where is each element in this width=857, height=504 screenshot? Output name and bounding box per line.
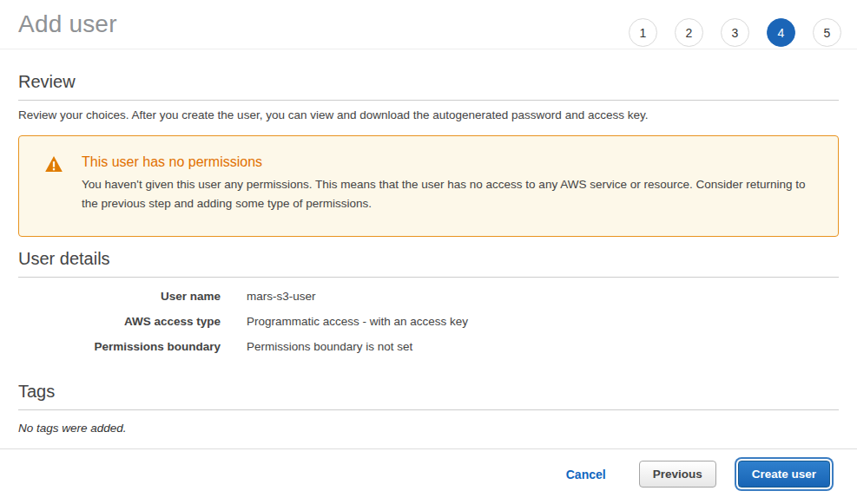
wizard-content: Review Review your choices. After you cr… [0, 72, 857, 435]
detail-label: Permissions boundary [18, 340, 221, 353]
no-permissions-warning-box: This user has no permissions You haven't… [18, 135, 839, 237]
tags-section: Tags No tags were added. [18, 382, 839, 435]
review-heading: Review [18, 72, 839, 101]
tags-heading: Tags [18, 382, 839, 410]
detail-label: User name [18, 290, 221, 303]
detail-row-permissions-boundary: Permissions boundary Permissions boundar… [18, 334, 839, 359]
review-description: Review your choices. After you create th… [18, 108, 839, 121]
tags-empty-message: No tags were added. [18, 422, 839, 435]
page-title: Add user [18, 10, 117, 38]
create-user-button[interactable]: Create user [738, 461, 830, 488]
cancel-button[interactable]: Cancel [566, 468, 606, 481]
warning-triangle-icon [45, 156, 63, 173]
step-5[interactable]: 5 [813, 18, 841, 47]
warning-title: This user has no permissions [82, 154, 821, 170]
detail-row-access-type: AWS access type Programmatic access - wi… [18, 309, 839, 334]
wizard-footer: Cancel Previous Create user [0, 448, 857, 488]
detail-value: Permissions boundary is not set [247, 340, 412, 353]
user-details-heading: User details [18, 249, 839, 278]
detail-row-user-name: User name mars-s3-user [18, 284, 839, 309]
user-details-section: User details User name mars-s3-user AWS … [18, 249, 839, 359]
previous-button[interactable]: Previous [639, 461, 716, 488]
wizard-header: Add user 1 2 3 4 5 [0, 0, 857, 49]
detail-value: mars-s3-user [247, 290, 316, 303]
detail-value: Programmatic access - with an access key [247, 315, 468, 328]
step-4-active[interactable]: 4 [767, 18, 795, 47]
step-1[interactable]: 1 [629, 18, 657, 47]
warning-body: You haven't given this user any permissi… [82, 175, 821, 213]
step-3[interactable]: 3 [721, 18, 749, 47]
user-details-table: User name mars-s3-user AWS access type P… [18, 284, 839, 359]
step-2[interactable]: 2 [675, 18, 703, 47]
review-section: Review Review your choices. After you cr… [18, 72, 839, 237]
warning-content: This user has no permissions You haven't… [82, 154, 821, 213]
step-indicator: 1 2 3 4 5 [611, 18, 841, 47]
add-user-wizard: Add user 1 2 3 4 5 Review Review your ch… [0, 0, 857, 488]
detail-label: AWS access type [18, 315, 221, 328]
